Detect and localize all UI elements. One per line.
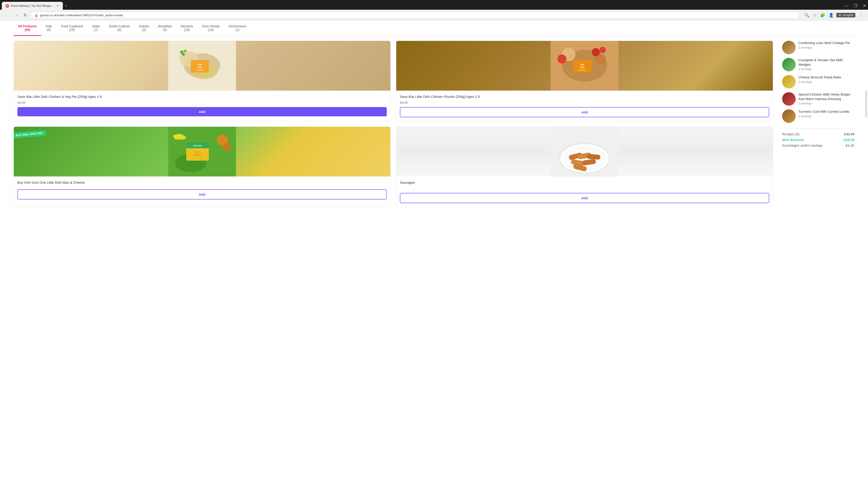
product-card-4: Sausages Add — [396, 127, 773, 207]
recipe-item-3: Cheesy Broccoli Pasta Bake 2 servings — [782, 75, 855, 89]
svg-text:CHEESE: CHEESE — [194, 154, 202, 156]
svg-point-17 — [599, 47, 606, 53]
product-title-1: Save 60p Little Dish Chicken & Veg Pie (… — [18, 94, 387, 99]
recipe-item-1: Comforting Lean Beef Cottage Pie 2 servi… — [782, 41, 855, 54]
bookmark-icon[interactable]: ☆ — [812, 12, 817, 19]
url-display: gousto.co.uk/order-confirmation/79851074… — [40, 13, 123, 17]
recipe-img-5 — [782, 109, 796, 123]
browser-toolbar: ← → ↻ 🔒 gousto.co.uk/order-confirmation/… — [0, 10, 868, 21]
cat-food-cupboard[interactable]: Food Cupboard (25) — [57, 21, 88, 36]
products-grid: little dish CHICKEN Save 60p Little Dish… — [13, 41, 773, 207]
cat-breakfast[interactable]: Breakfast (3) — [154, 21, 176, 36]
recipe-name-2: Courgette & Tomato Tart With Wedges — [798, 58, 855, 67]
recipe-list: Comforting Lean Beef Cottage Pie 2 servi… — [782, 41, 855, 123]
svg-text:dish: dish — [580, 66, 585, 68]
recipe-thumbnail-5 — [782, 109, 796, 123]
product-img-svg-1: little dish CHICKEN — [14, 41, 391, 91]
discount-value: -£26.39 — [843, 138, 855, 142]
recipe-img-2 — [782, 58, 796, 71]
product-img-svg-4 — [396, 127, 773, 176]
lock-icon: 🔒 — [34, 13, 38, 17]
recipe-img-1 — [782, 41, 796, 54]
search-icon[interactable]: 🔍 — [803, 12, 810, 19]
surcharges-value: -£1.01 — [845, 143, 855, 147]
right-sidebar: Comforting Lean Beef Cottage Pie 2 servi… — [782, 41, 855, 207]
svg-text:CHICKEN: CHICKEN — [579, 69, 586, 71]
svg-point-10 — [184, 50, 187, 53]
recipe-details-4: Spiced Chicken With Herby Bulgur And War… — [798, 92, 855, 105]
new-tab-button[interactable]: + — [63, 2, 69, 9]
add-button-3[interactable]: Add — [18, 189, 387, 199]
minimize-button[interactable]: — — [842, 2, 850, 9]
recipe-thumbnail-4 — [782, 92, 796, 106]
product-image-1: little dish CHICKEN — [14, 41, 391, 91]
profile-icon[interactable]: 👤 — [828, 12, 835, 19]
maximize-button[interactable]: ❐ — [852, 2, 859, 9]
cat-sides[interactable]: Sides (7) — [88, 21, 104, 36]
add-button-2[interactable]: Add — [400, 107, 769, 117]
recipe-servings-5: 2 servings — [798, 115, 855, 118]
incognito-badge: 🕵 Incognito — [836, 13, 855, 18]
back-button[interactable]: ← — [3, 12, 10, 19]
recipe-details-5: Turmeric Cod With Curried Lentils 2 serv… — [798, 109, 855, 118]
recipe-servings-3: 2 servings — [798, 80, 855, 84]
recipes-label: Recipes (5) — [782, 132, 800, 136]
toolbar-icons: 🔍 ☆ 🧩 👤 🕵 Incognito ⋮ — [803, 11, 865, 19]
extensions-icon[interactable]: 🧩 — [819, 12, 826, 19]
recipe-servings-2: 2 servings — [798, 67, 855, 71]
svg-point-16 — [592, 48, 600, 56]
recipe-img-3 — [782, 75, 796, 89]
recipes-value: £43.99 — [844, 132, 855, 136]
svg-text:little dish: little dish — [193, 144, 202, 147]
active-tab[interactable]: G Food Delivery | Try Our Recipe ... ✕ — [2, 2, 63, 10]
recipe-item-4: Spiced Chicken With Herby Bulgur And War… — [782, 92, 855, 106]
page-content: All Products (56) Kids (6) Food Cupboard… — [0, 21, 868, 212]
product-title-3: Buy One Give One Little Dish Mac & Chees… — [18, 180, 387, 185]
recipe-name-3: Cheesy Broccoli Pasta Bake — [798, 75, 855, 79]
recipe-name-1: Comforting Lean Beef Cottage Pie — [798, 41, 855, 45]
cat-kitchenware[interactable]: Kitchenware (1) — [224, 21, 251, 36]
product-img-svg-2: little dish CHICKEN — [396, 41, 773, 91]
close-window-button[interactable]: ✕ — [861, 2, 868, 9]
svg-text:little: little — [580, 64, 585, 66]
reload-button[interactable]: ↻ — [22, 12, 29, 19]
cat-kids[interactable]: Kids (6) — [41, 21, 56, 36]
product-card-1: little dish CHICKEN Save 60p Little Dish… — [13, 41, 391, 121]
product-info-4: Sausages Add — [396, 176, 773, 207]
recipe-details-1: Comforting Lean Beef Cottage Pie 2 servi… — [798, 41, 855, 49]
window-controls: — ❐ ✕ — [842, 2, 868, 9]
svg-text:MAC &: MAC & — [195, 151, 200, 153]
forward-button[interactable]: → — [12, 12, 20, 19]
incognito-icon: 🕵 — [838, 13, 842, 17]
cat-desserts[interactable]: Desserts (19) — [176, 21, 197, 36]
summary-discount-row: 60% discount -£26.39 — [782, 138, 855, 142]
add-button-1[interactable]: Add — [18, 107, 387, 116]
product-image-2: little dish CHICKEN — [396, 41, 773, 91]
scrollbar-thumb[interactable] — [865, 90, 867, 118]
recipe-thumbnail-3 — [782, 75, 796, 89]
product-price-1: £2.25 — [18, 101, 387, 104]
tab-bar: G Food Delivery | Try Our Recipe ... ✕ +… — [0, 0, 868, 10]
product-img-svg-3: little dish MAC & CHEESE — [14, 127, 391, 176]
address-bar[interactable]: 🔒 gousto.co.uk/order-confirmation/798510… — [31, 12, 800, 19]
add-button-4[interactable]: Add — [400, 193, 769, 203]
category-nav: All Products (56) Kids (6) Food Cupboard… — [13, 21, 855, 36]
recipe-name-5: Turmeric Cod With Curried Lentils — [798, 109, 855, 114]
cat-oven-ready[interactable]: Oven Ready (19) — [197, 21, 224, 36]
cat-all-products[interactable]: All Products (56) — [13, 21, 41, 36]
menu-button[interactable]: ⋮ — [857, 11, 865, 19]
browser-chrome: G Food Delivery | Try Our Recipe ... ✕ +… — [0, 0, 868, 21]
recipe-details-2: Courgette & Tomato Tart With Wedges 2 se… — [798, 58, 855, 71]
tab-close-button[interactable]: ✕ — [56, 4, 59, 8]
discount-label: 60% discount — [782, 138, 804, 142]
svg-text:dish: dish — [198, 66, 202, 68]
recipe-servings-4: 2 servings — [798, 102, 855, 105]
order-summary: Recipes (5) £43.99 60% discount -£26.39 … — [782, 128, 855, 147]
product-image-3: BUY ONE, GIVE ONE little dish MAC & CHEE… — [14, 127, 391, 176]
svg-point-31 — [222, 142, 231, 152]
cat-snacks[interactable]: Snacks (2) — [134, 21, 154, 36]
svg-text:CHICKEN: CHICKEN — [196, 69, 204, 71]
cat-drinks-cabinet[interactable]: Drinks Cabinet (4) — [104, 21, 134, 36]
product-title-2: Save 60p Little Dish Chicken Risotto (20… — [400, 94, 769, 99]
product-info-3: Buy One Give One Little Dish Mac & Chees… — [14, 176, 391, 203]
